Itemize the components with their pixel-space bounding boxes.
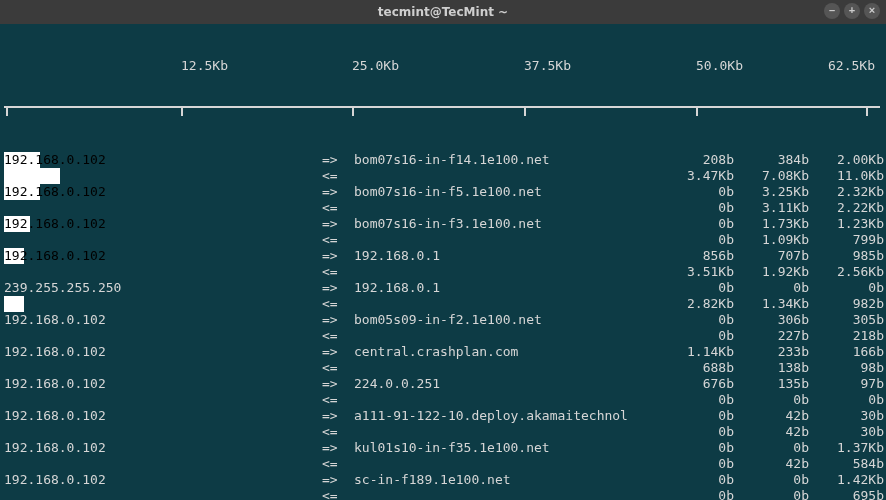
- scale-label: 37.5Kb: [524, 58, 571, 74]
- rate-40s: 1.23Kb: [814, 216, 884, 232]
- source-host: 192.168.0.102: [4, 152, 274, 168]
- rate-10s: 1.73Kb: [739, 216, 809, 232]
- rate-40s: 1.37Kb: [814, 440, 884, 456]
- scale-label: 12.5Kb: [181, 58, 228, 74]
- direction-arrow: =>: [322, 344, 352, 360]
- connection-row: <=0b0b695b: [4, 488, 880, 500]
- rate-40s: 2.32Kb: [814, 184, 884, 200]
- direction-arrow: <=: [322, 488, 352, 500]
- destination-host: bom05s09-in-f2.1e100.net: [354, 312, 654, 328]
- scale-label: 25.0Kb: [352, 58, 399, 74]
- direction-arrow: <=: [322, 200, 352, 216]
- rate-2s: 0b: [664, 392, 734, 408]
- rate-10s: 1.92Kb: [739, 264, 809, 280]
- rate-40s: 584b: [814, 456, 884, 472]
- destination-host: bom07s16-in-f14.1e100.net: [354, 152, 654, 168]
- rate-40s: 305b: [814, 312, 884, 328]
- terminal-output: 12.5Kb25.0Kb37.5Kb50.0Kb62.5Kb 192.168.0…: [0, 24, 886, 500]
- rate-bar: [4, 168, 60, 184]
- rate-40s: 0b: [814, 280, 884, 296]
- rate-10s: 384b: [739, 152, 809, 168]
- source-host: 192.168.0.102: [4, 184, 274, 200]
- direction-arrow: <=: [322, 328, 352, 344]
- direction-arrow: =>: [322, 376, 352, 392]
- rate-10s: 0b: [739, 280, 809, 296]
- connection-row: 192.168.0.102=>bom07s16-in-f3.1e100.net0…: [4, 216, 880, 232]
- destination-host: sc-in-f189.1e100.net: [354, 472, 654, 488]
- source-host: 192.168.0.102: [4, 408, 274, 424]
- rate-10s: 0b: [739, 392, 809, 408]
- rate-2s: 676b: [664, 376, 734, 392]
- connection-row: 192.168.0.102=>a111-91-122-10.deploy.aka…: [4, 408, 880, 424]
- rate-10s: 3.25Kb: [739, 184, 809, 200]
- rate-10s: 306b: [739, 312, 809, 328]
- minimize-button[interactable]: –: [824, 3, 840, 19]
- connection-row: 192.168.0.102=>224.0.0.251676b135b97b: [4, 376, 880, 392]
- connection-row: <=3.47Kb7.08Kb11.0Kb: [4, 168, 880, 184]
- rate-2s: 0b: [664, 216, 734, 232]
- direction-arrow: =>: [322, 184, 352, 200]
- connection-row: <=2.82Kb1.34Kb982b: [4, 296, 880, 312]
- rate-bar: [4, 296, 24, 312]
- connection-row: <=688b138b98b: [4, 360, 880, 376]
- window-titlebar: tecmint@TecMint ~ – + ×: [0, 0, 886, 24]
- source-host: 192.168.0.102: [4, 440, 274, 456]
- connection-row: 192.168.0.102=>192.168.0.1856b707b985b: [4, 248, 880, 264]
- direction-arrow: =>: [322, 216, 352, 232]
- rate-10s: 1.09Kb: [739, 232, 809, 248]
- rate-2s: 0b: [664, 280, 734, 296]
- connection-row: <=0b3.11Kb2.22Kb: [4, 200, 880, 216]
- rate-40s: 982b: [814, 296, 884, 312]
- maximize-button[interactable]: +: [844, 3, 860, 19]
- scale-label: 50.0Kb: [696, 58, 743, 74]
- rate-40s: 1.42Kb: [814, 472, 884, 488]
- rate-40s: 0b: [814, 392, 884, 408]
- rate-2s: 0b: [664, 408, 734, 424]
- bandwidth-ruler: [4, 106, 880, 120]
- rate-40s: 98b: [814, 360, 884, 376]
- direction-arrow: <=: [322, 168, 352, 184]
- ruler-tick: [524, 106, 526, 116]
- rate-2s: 856b: [664, 248, 734, 264]
- rate-10s: 135b: [739, 376, 809, 392]
- connection-row: 192.168.0.102=>bom07s16-in-f5.1e100.net0…: [4, 184, 880, 200]
- rate-40s: 11.0Kb: [814, 168, 884, 184]
- connection-row: <=3.51Kb1.92Kb2.56Kb: [4, 264, 880, 280]
- connection-row: <=0b42b584b: [4, 456, 880, 472]
- rate-40s: 2.00Kb: [814, 152, 884, 168]
- rate-10s: 138b: [739, 360, 809, 376]
- rate-40s: 2.56Kb: [814, 264, 884, 280]
- direction-arrow: <=: [322, 456, 352, 472]
- connection-row: <=0b1.09Kb799b: [4, 232, 880, 248]
- rate-40s: 695b: [814, 488, 884, 500]
- connection-list: 192.168.0.102=>bom07s16-in-f14.1e100.net…: [4, 152, 880, 500]
- direction-arrow: <=: [322, 424, 352, 440]
- destination-host: kul01s10-in-f35.1e100.net: [354, 440, 654, 456]
- direction-arrow: <=: [322, 264, 352, 280]
- connection-row: 192.168.0.102=>sc-in-f189.1e100.net0b0b1…: [4, 472, 880, 488]
- rate-40s: 97b: [814, 376, 884, 392]
- scale-label: 62.5Kb: [828, 58, 875, 74]
- destination-host: 192.168.0.1: [354, 248, 654, 264]
- rate-10s: 42b: [739, 408, 809, 424]
- rate-40s: 799b: [814, 232, 884, 248]
- rate-10s: 0b: [739, 472, 809, 488]
- close-button[interactable]: ×: [864, 3, 880, 19]
- destination-host: bom07s16-in-f5.1e100.net: [354, 184, 654, 200]
- rate-2s: 0b: [664, 328, 734, 344]
- connection-row: 239.255.255.250=>192.168.0.10b0b0b: [4, 280, 880, 296]
- source-host: 192.168.0.102: [4, 312, 274, 328]
- rate-10s: 227b: [739, 328, 809, 344]
- destination-host: bom07s16-in-f3.1e100.net: [354, 216, 654, 232]
- rate-2s: 0b: [664, 440, 734, 456]
- direction-arrow: <=: [322, 296, 352, 312]
- connection-row: 192.168.0.102=>bom05s09-in-f2.1e100.net0…: [4, 312, 880, 328]
- rate-10s: 7.08Kb: [739, 168, 809, 184]
- source-host: 192.168.0.102: [4, 248, 274, 264]
- rate-40s: 218b: [814, 328, 884, 344]
- destination-host: central.crashplan.com: [354, 344, 654, 360]
- rate-10s: 233b: [739, 344, 809, 360]
- ruler-tick: [181, 106, 183, 116]
- connection-row: <=0b0b0b: [4, 392, 880, 408]
- rate-10s: 3.11Kb: [739, 200, 809, 216]
